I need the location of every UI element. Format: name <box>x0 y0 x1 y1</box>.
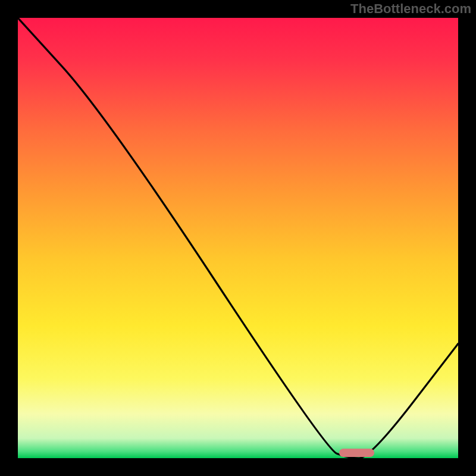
optimal-marker <box>339 449 374 457</box>
plot-area <box>18 18 458 458</box>
curve-line <box>18 18 458 458</box>
watermark-text: TheBottleneck.com <box>350 1 471 17</box>
